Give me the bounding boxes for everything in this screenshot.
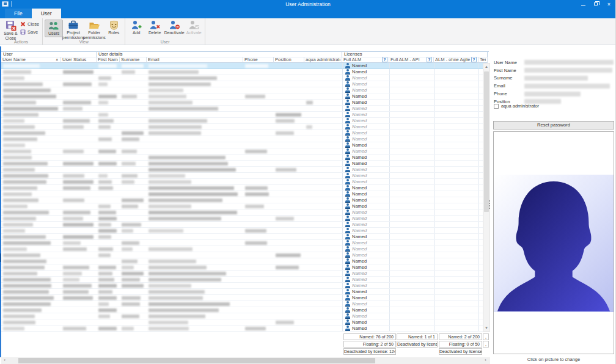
- redacted-text: [148, 284, 191, 288]
- table-row[interactable]: Named: [1, 326, 483, 332]
- table-row[interactable]: Named: [1, 191, 483, 197]
- table-row[interactable]: Named: [1, 148, 483, 155]
- redacted-text: [3, 107, 58, 111]
- cell-phone: [243, 203, 274, 209]
- redacted-text: [148, 247, 193, 251]
- scroll-up-icon[interactable]: ▲: [483, 64, 490, 70]
- table-row[interactable]: Named: [1, 234, 483, 240]
- field-input-user-name[interactable]: [524, 59, 615, 65]
- table-row[interactable]: Named: [1, 203, 483, 209]
- table-row[interactable]: Named: [1, 185, 483, 191]
- table-row[interactable]: Named: [1, 197, 483, 203]
- table-row[interactable]: Named: [1, 173, 483, 179]
- field-input-first-name[interactable]: [524, 67, 615, 73]
- reset-password-button[interactable]: Reset password: [493, 121, 614, 129]
- aqua-administrator-checkbox[interactable]: [494, 104, 499, 109]
- table-row[interactable]: Named: [1, 179, 483, 185]
- close-action-button[interactable]: Close: [19, 21, 40, 27]
- table-row[interactable]: Named: [1, 277, 483, 283]
- scroll-right-icon[interactable]: ›: [482, 357, 489, 364]
- table-row[interactable]: Named: [1, 155, 483, 161]
- table-row[interactable]: Named: [1, 112, 483, 118]
- field-input-email[interactable]: [524, 83, 615, 89]
- users-view-button[interactable]: Users: [45, 20, 63, 37]
- column-header-phone[interactable]: Phone: [243, 57, 274, 63]
- horizontal-scroll-thumb[interactable]: [18, 358, 375, 363]
- help-icon[interactable]: ?: [471, 57, 477, 62]
- scroll-left-icon[interactable]: ‹: [1, 357, 8, 364]
- table-row[interactable]: Named: [1, 167, 483, 173]
- table-row[interactable]: Named: [1, 87, 483, 93]
- vertical-scroll-thumb[interactable]: [484, 71, 489, 212]
- column-header-tes[interactable]: Tes: [479, 57, 488, 63]
- panel-splitter[interactable]: [488, 200, 491, 213]
- table-row[interactable]: Named: [1, 228, 483, 234]
- save-button[interactable]: Save: [19, 29, 40, 35]
- cell-username: [1, 228, 61, 233]
- table-row[interactable]: Named: [1, 252, 483, 258]
- table-row[interactable]: Named: [1, 124, 483, 130]
- table-row[interactable]: Named: [1, 209, 483, 216]
- table-row[interactable]: Named: [1, 264, 483, 271]
- user-picture-box[interactable]: [493, 131, 614, 354]
- cell-tes: [479, 197, 483, 203]
- column-header-firstname[interactable]: First Name: [97, 57, 120, 63]
- field-input-surname[interactable]: [524, 75, 615, 81]
- user-picture[interactable]: [494, 175, 614, 312]
- delete-user-button[interactable]: Delete: [145, 20, 164, 36]
- table-row[interactable]: Named: [1, 106, 483, 112]
- table-row[interactable]: Named: [1, 258, 483, 264]
- project-permissions-button[interactable]: Project permissions: [63, 20, 84, 41]
- column-header-email[interactable]: Email: [147, 57, 243, 63]
- minimize-button[interactable]: [579, 1, 588, 8]
- column-header-full_alm[interactable]: Full ALM?: [342, 57, 389, 63]
- add-user-button[interactable]: Add: [127, 20, 145, 36]
- table-row[interactable]: Named: [1, 301, 483, 307]
- table-row[interactable]: Named: [1, 75, 483, 81]
- column-header-api[interactable]: Full ALM - API?: [389, 57, 434, 63]
- column-header-position[interactable]: Position: [274, 57, 304, 63]
- column-header-username[interactable]: User Name▲: [1, 57, 61, 63]
- table-row[interactable]: Named: [1, 222, 483, 228]
- table-row[interactable]: Named: [1, 93, 483, 100]
- column-header-admin[interactable]: aqua administrator: [304, 57, 342, 63]
- tab-user[interactable]: User: [32, 9, 61, 18]
- save-and-close-button[interactable]: Save & Close: [2, 20, 19, 42]
- restore-button[interactable]: [592, 1, 601, 8]
- table-row[interactable]: Named: [1, 246, 483, 252]
- column-header-agile[interactable]: ALM - ohne Agile?: [434, 57, 479, 63]
- table-row[interactable]: Named: [1, 69, 483, 75]
- table-row[interactable]: Named: [1, 319, 483, 326]
- field-input-phone[interactable]: [524, 91, 615, 97]
- cell-surname: [120, 93, 147, 99]
- close-button[interactable]: ×: [604, 1, 614, 8]
- table-row[interactable]: Named: [1, 118, 483, 124]
- tab-file[interactable]: File: [5, 9, 32, 18]
- help-icon[interactable]: ?: [382, 57, 387, 62]
- table-row[interactable]: Named: [1, 81, 483, 87]
- deactivate-user-button[interactable]: Deactivate: [164, 20, 185, 36]
- column-header-surname[interactable]: Surname: [120, 57, 147, 63]
- table-row[interactable]: Named: [1, 307, 483, 313]
- table-row[interactable]: Named: [1, 283, 483, 289]
- table-row[interactable]: Named: [1, 295, 483, 301]
- cell-phone: [243, 234, 274, 239]
- scroll-down-icon[interactable]: ▼: [483, 325, 490, 331]
- help-icon[interactable]: ?: [427, 57, 432, 62]
- roles-button[interactable]: Roles: [105, 20, 123, 36]
- table-row[interactable]: Named: [1, 313, 483, 319]
- table-row[interactable]: Named: [1, 63, 483, 69]
- aqua-administrator-checkbox-row[interactable]: aqua administrator: [494, 103, 539, 109]
- table-row[interactable]: Named: [1, 130, 483, 136]
- column-header-status[interactable]: User Status: [61, 57, 97, 63]
- table-row[interactable]: Named: [1, 136, 483, 142]
- cell-username: [1, 264, 61, 270]
- table-row[interactable]: Named: [1, 142, 483, 148]
- table-row[interactable]: Named: [1, 289, 483, 295]
- table-row[interactable]: Named: [1, 216, 483, 222]
- table-row[interactable]: Named: [1, 271, 483, 277]
- table-row[interactable]: Named: [1, 100, 483, 106]
- table-row[interactable]: Named: [1, 161, 483, 167]
- table-row[interactable]: Named: [1, 240, 483, 246]
- folder-permissions-button[interactable]: Folder permissions: [84, 20, 105, 41]
